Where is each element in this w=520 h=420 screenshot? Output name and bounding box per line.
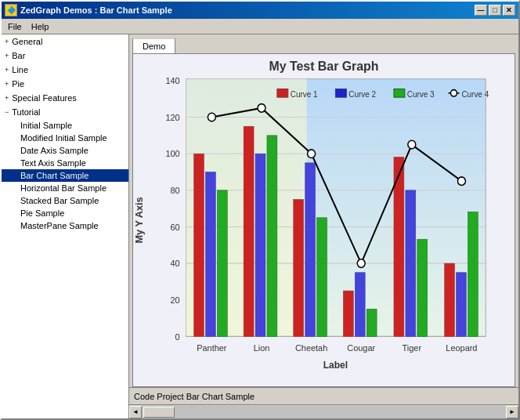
svg-rect-32: [244, 126, 254, 336]
scroll-right-button[interactable]: ►: [506, 406, 518, 418]
minimize-button[interactable]: —: [475, 5, 487, 16]
svg-text:Panther: Panther: [197, 343, 227, 353]
svg-text:My Y Axis: My Y Axis: [134, 197, 145, 243]
close-button[interactable]: ✕: [503, 5, 515, 16]
svg-text:20: 20: [170, 295, 179, 305]
window-icon: 🔷: [5, 4, 17, 16]
maximize-button[interactable]: □: [489, 5, 501, 16]
svg-text:Curve 1: Curve 1: [291, 90, 318, 99]
svg-rect-24: [394, 89, 405, 98]
svg-rect-43: [417, 239, 428, 336]
svg-text:100: 100: [165, 149, 179, 158]
svg-rect-39: [355, 273, 365, 337]
bottom-scrollbar: ◄ ►: [129, 404, 518, 418]
sidebar-item-pie-sample[interactable]: Pie Sample: [2, 207, 128, 219]
svg-rect-20: [277, 89, 288, 98]
svg-text:60: 60: [170, 222, 179, 231]
right-panel: Demo: [129, 34, 518, 418]
svg-rect-36: [305, 163, 316, 337]
chart-svg: 0 20 40 60 80 100 120 140 My Y Axis My T: [133, 54, 515, 386]
status-text: Code Project Bar Chart Sample: [134, 392, 255, 401]
svg-rect-45: [456, 273, 466, 337]
title-bar-left: 🔷 ZedGraph Demos : Bar Chart Sample: [5, 4, 172, 16]
sidebar-item-general[interactable]: +General: [2, 34, 128, 49]
svg-point-50: [357, 259, 365, 268]
svg-text:Tiger: Tiger: [403, 343, 422, 353]
svg-text:80: 80: [170, 186, 179, 195]
sidebar-item-stacked-bar[interactable]: Stacked Bar Sample: [2, 194, 128, 207]
svg-rect-22: [335, 89, 346, 98]
status-bar: Code Project Bar Chart Sample: [129, 387, 518, 404]
sidebar-item-horizontal-bar[interactable]: Horizontal Bar Sample: [2, 182, 128, 194]
svg-text:40: 40: [170, 259, 179, 268]
svg-text:Lion: Lion: [254, 343, 270, 353]
title-bar: 🔷 ZedGraph Demos : Bar Chart Sample — □ …: [2, 2, 518, 19]
svg-point-48: [258, 104, 265, 113]
svg-text:120: 120: [165, 112, 179, 121]
tab-bar: Demo: [129, 34, 518, 53]
sidebar-item-special[interactable]: +Special Features: [2, 91, 128, 105]
sidebar-item-date-axis[interactable]: Date Axis Sample: [2, 144, 128, 157]
window-title: ZedGraph Demos : Bar Chart Sample: [20, 5, 172, 15]
svg-rect-42: [406, 190, 416, 337]
svg-rect-35: [294, 200, 304, 337]
title-buttons: — □ ✕: [475, 5, 515, 16]
svg-rect-40: [367, 309, 377, 336]
svg-text:0: 0: [175, 331, 180, 341]
chart-container: 0 20 40 60 80 100 120 140 My Y Axis My T: [132, 53, 515, 387]
menu-help[interactable]: Help: [27, 20, 54, 33]
scroll-track[interactable]: [142, 406, 506, 418]
menu-bar: File Help: [2, 19, 518, 34]
svg-point-27: [451, 90, 457, 96]
svg-rect-30: [205, 172, 215, 337]
sidebar-item-pie[interactable]: +Pie: [2, 77, 128, 91]
scroll-left-button[interactable]: ◄: [129, 406, 142, 418]
svg-text:Curve 4: Curve 4: [461, 90, 489, 99]
chart-inner: 0 20 40 60 80 100 120 140 My Y Axis My T: [133, 54, 515, 386]
main-content: +General +Bar +Line +Pie +Special Featur…: [2, 34, 518, 418]
svg-point-52: [457, 177, 465, 186]
sidebar-item-tutorial[interactable]: −Tutorial: [2, 105, 128, 119]
sidebar-item-line[interactable]: +Line: [2, 63, 128, 77]
svg-text:Curve 2: Curve 2: [348, 90, 376, 99]
sidebar: +General +Bar +Line +Pie +Special Featur…: [2, 34, 129, 418]
svg-text:Curve 3: Curve 3: [407, 90, 435, 99]
svg-rect-46: [468, 212, 478, 336]
svg-rect-37: [317, 218, 327, 337]
sidebar-item-modified-initial[interactable]: Modified Initial Sample: [2, 132, 128, 144]
main-window: 🔷 ZedGraph Demos : Bar Chart Sample — □ …: [0, 0, 520, 420]
svg-point-49: [308, 150, 316, 158]
svg-text:Cheetah: Cheetah: [295, 343, 327, 353]
svg-rect-34: [267, 136, 277, 337]
tab-demo[interactable]: Demo: [132, 38, 175, 53]
svg-text:140: 140: [165, 76, 179, 85]
svg-point-47: [208, 113, 215, 121]
svg-rect-44: [445, 263, 455, 336]
sidebar-item-text-axis[interactable]: Text Axis Sample: [2, 157, 128, 169]
svg-text:Label: Label: [323, 359, 348, 370]
svg-rect-29: [194, 154, 204, 336]
svg-rect-31: [217, 190, 227, 337]
svg-rect-33: [255, 154, 265, 336]
sidebar-item-masterpane[interactable]: MasterPane Sample: [2, 219, 128, 232]
svg-text:Leopard: Leopard: [446, 343, 477, 353]
svg-point-51: [408, 140, 416, 149]
scroll-thumb[interactable]: [143, 407, 175, 418]
menu-file[interactable]: File: [3, 20, 27, 33]
sidebar-item-bar-chart[interactable]: Bar Chart Sample: [2, 169, 128, 182]
svg-text:My Test Bar Graph: My Test Bar Graph: [269, 59, 378, 74]
svg-rect-38: [343, 291, 353, 336]
sidebar-item-bar[interactable]: +Bar: [2, 49, 128, 63]
sidebar-item-initial-sample[interactable]: Initial Sample: [2, 119, 128, 132]
svg-text:Cougar: Cougar: [347, 343, 375, 353]
